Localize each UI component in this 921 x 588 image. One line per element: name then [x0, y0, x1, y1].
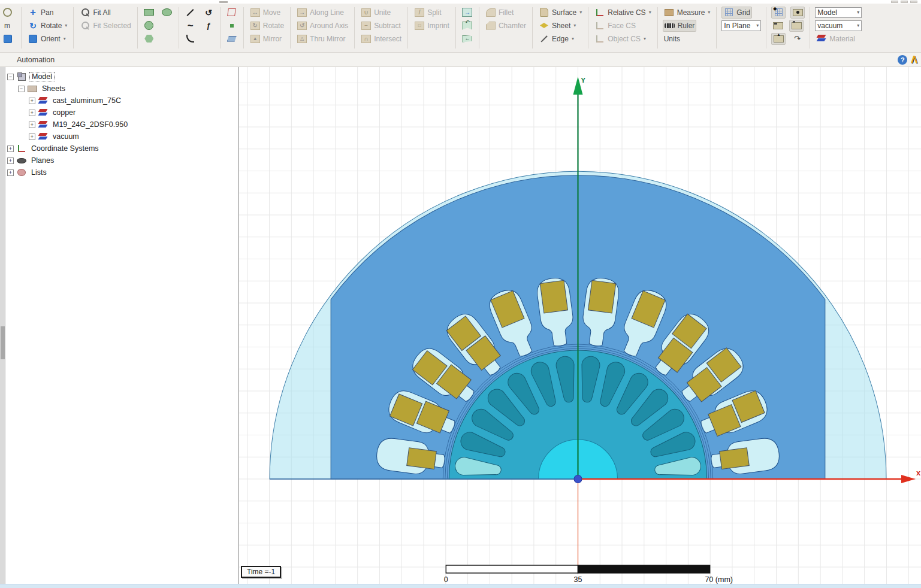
draw-rectangle-button[interactable]: [143, 7, 156, 19]
shape-rect-icon: [144, 7, 155, 17]
move-label: Move: [263, 9, 280, 16]
tree-label-model[interactable]: Model: [29, 72, 55, 81]
rotate-snap-button[interactable]: [790, 33, 804, 45]
tree-label-cast-aluminum-75c[interactable]: cast_aluminum_75C: [51, 96, 123, 105]
splitter-grip[interactable]: [1, 326, 5, 359]
ribbon-separator: [290, 7, 291, 49]
draw-arc-center-button[interactable]: [202, 7, 215, 19]
tree-item-coordinate-systems[interactable]: +Coordinate Systems: [7, 143, 237, 154]
surface-icon: [539, 7, 549, 17]
sheet-button[interactable]: Sheet▾: [537, 20, 577, 32]
convert-back-button[interactable]: [461, 20, 474, 32]
fillet-button: Fillet: [484, 7, 515, 19]
chevron-down-icon: ▾: [64, 36, 66, 41]
help-icon[interactable]: ?: [898, 55, 907, 65]
ribbon-group-view: PanRotate▾Orient▾: [23, 5, 71, 51]
chevron-down-icon: ▾: [649, 10, 651, 15]
snap-grid-button[interactable]: [771, 7, 786, 19]
subtract-button: Subtract: [360, 20, 402, 32]
snap-center-button[interactable]: [790, 7, 805, 19]
automation-tab-bar: Automation ? Λ: [0, 53, 921, 67]
draw-plane-button[interactable]: [225, 33, 238, 45]
edge-label: Edge: [552, 35, 569, 43]
expand-icon[interactable]: +: [29, 122, 35, 128]
expand-icon[interactable]: +: [29, 110, 35, 116]
draw-point-button[interactable]: [225, 20, 238, 32]
snap-vertex-button[interactable]: [771, 20, 784, 32]
viewport-canvas[interactable]: x Y 0 35 70 (mm): [239, 67, 921, 584]
chevron-down-icon: ▾: [756, 23, 759, 28]
panel-splitter[interactable]: [0, 67, 5, 584]
collapse-icon[interactable]: −: [7, 74, 14, 80]
convert-in-button[interactable]: [461, 7, 474, 19]
pan-button[interactable]: Pan: [26, 7, 55, 19]
draw-box-button[interactable]: [225, 7, 238, 19]
automation-tab[interactable]: Automation: [17, 56, 55, 64]
model-select-combo[interactable]: Model▾: [815, 7, 862, 18]
tree-label-copper[interactable]: copper: [51, 108, 77, 117]
collapse-icon[interactable]: −: [18, 86, 25, 92]
units-button[interactable]: Units: [663, 33, 681, 45]
snap-edge-button[interactable]: [789, 20, 804, 32]
tree-label-coordinate-systems[interactable]: Coordinate Systems: [29, 144, 101, 153]
pan-icon: [28, 7, 38, 17]
tree-item-model[interactable]: −Model: [7, 71, 237, 83]
zoom-cut-label[interactable]: m: [3, 20, 11, 32]
draw-line-button[interactable]: [184, 7, 197, 19]
ruler-button[interactable]: Ruler: [663, 20, 697, 32]
chamfer-icon: [485, 20, 496, 31]
tree-item-planes[interactable]: +Planes: [7, 154, 237, 166]
convert-out-button[interactable]: [461, 33, 474, 45]
along-line-icon: [297, 7, 307, 17]
ribbon-separator: [479, 7, 479, 49]
tree-label-sheets[interactable]: Sheets: [40, 84, 67, 93]
tree-label-planes[interactable]: Planes: [29, 156, 56, 165]
draw-arc-button[interactable]: [184, 33, 197, 45]
expand-icon[interactable]: +: [7, 169, 14, 176]
ribbon-group-fillet-chamfer: FilletChamfer: [481, 5, 530, 51]
window-controls[interactable]: [891, 1, 917, 3]
snap-face-button[interactable]: [771, 33, 786, 45]
sweep-icon: [227, 34, 237, 44]
ribbon-separator: [21, 7, 22, 49]
grid-label: Grid: [736, 9, 750, 16]
3d-viewport[interactable]: x Y 0 35 70 (mm) Time =-1: [239, 67, 921, 584]
ribbon-group-draw-shapes: [140, 5, 177, 51]
tree-label-m19-24g-2dsf0-950[interactable]: M19_24G_2DSF0.950: [51, 120, 129, 129]
draw-equation-curve-button[interactable]: [202, 20, 215, 32]
expand-icon[interactable]: +: [29, 134, 35, 140]
grid-button[interactable]: Grid: [721, 7, 752, 19]
expand-icon[interactable]: +: [29, 98, 35, 104]
zoom-cut-button[interactable]: [3, 7, 16, 19]
tree-item-lists[interactable]: +Lists: [7, 166, 237, 178]
tree-item-vacuum[interactable]: +vacuum: [7, 131, 237, 143]
tree-label-vacuum[interactable]: vacuum: [51, 132, 81, 141]
units-label: Units: [664, 35, 680, 43]
fit-all-button[interactable]: Fit All: [78, 7, 111, 19]
ansys-logo-icon: Λ: [911, 55, 917, 65]
expand-icon[interactable]: +: [7, 157, 14, 164]
along-line-label: Along Line: [310, 9, 344, 16]
tree-label-lists[interactable]: Lists: [29, 168, 49, 177]
rotate-button[interactable]: Rotate▾: [26, 20, 68, 32]
measure-button[interactable]: Measure▾: [663, 7, 712, 19]
grid-plane-combo[interactable]: In Plane▾: [721, 20, 761, 31]
draw-ellipse-button[interactable]: [161, 7, 174, 19]
orient-cut-button[interactable]: [3, 33, 16, 45]
expand-icon[interactable]: +: [7, 146, 14, 152]
ruler-icon: [665, 20, 675, 31]
draw-spline-button[interactable]: [184, 20, 197, 32]
surface-button[interactable]: Surface▾: [537, 7, 583, 19]
scale-bar: 0 35 70 (mm): [444, 565, 733, 584]
edge-button[interactable]: Edge▾: [537, 33, 575, 45]
draw-polygon-button[interactable]: [143, 33, 156, 45]
orient-button[interactable]: Orient▾: [26, 33, 67, 45]
rotate-button: Rotate: [249, 20, 285, 32]
tree-item-cast-aluminum-75c[interactable]: +cast_aluminum_75C: [7, 95, 237, 107]
tree-item-sheets[interactable]: −Sheets: [7, 83, 237, 95]
material-select-combo[interactable]: vacuum▾: [815, 20, 862, 31]
relative-cs-button[interactable]: Relative CS▾: [593, 7, 652, 19]
draw-circle-button[interactable]: [143, 20, 156, 32]
tree-item-copper[interactable]: +copper: [7, 107, 237, 119]
tree-item-m19-24g-2dsf0-950[interactable]: +M19_24G_2DSF0.950: [7, 119, 237, 131]
